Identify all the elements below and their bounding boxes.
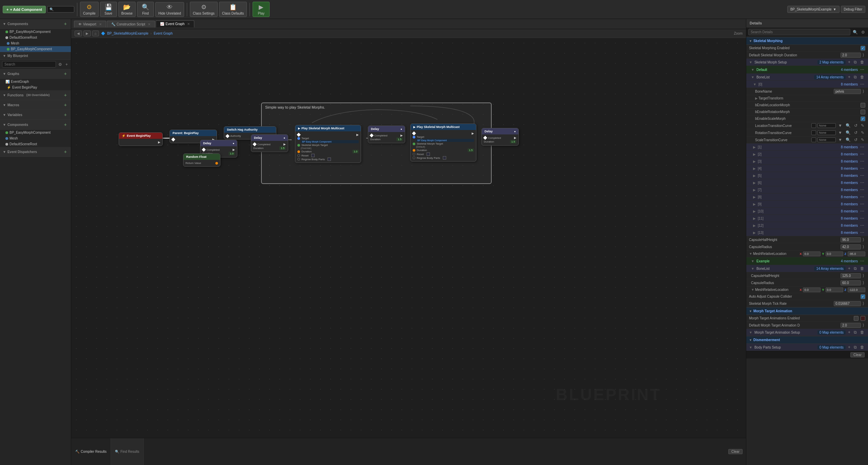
tree-item-bp-easy-comp-2[interactable]: BP_EasyMorphComponent xyxy=(0,130,71,135)
bone-item-3-expand[interactable]: ▶ xyxy=(753,160,756,163)
bone-item-8-options[interactable]: ⋯ xyxy=(859,194,865,200)
add-dispatcher-button[interactable]: + xyxy=(63,149,68,155)
node-delay-4[interactable]: Delay ● Completed ▶ Duration 1.5 xyxy=(481,128,519,146)
details-search-input[interactable] xyxy=(748,29,850,35)
bone-list-ex-add[interactable]: + xyxy=(847,266,851,271)
setup-expand-arrow[interactable]: ▼ xyxy=(749,60,752,64)
class-defaults-button[interactable]: 📋 Class Defaults xyxy=(219,2,247,17)
mesh-rel-ex-y-input[interactable] xyxy=(826,287,843,292)
capsule-half-height-ex-input[interactable] xyxy=(841,273,861,278)
construction-close-icon[interactable]: ✕ xyxy=(148,22,151,26)
skeletal-tick-rate-expand[interactable]: ⟩ xyxy=(862,301,865,306)
default-morph-anim-input[interactable] xyxy=(841,323,861,328)
bone-item-5-expand[interactable]: ▶ xyxy=(753,174,756,178)
capsule-radius-ex-input[interactable] xyxy=(841,280,861,285)
scale-curve-edit[interactable]: ✎ xyxy=(860,137,865,143)
rotation-curve-search[interactable]: 🔍 xyxy=(845,130,852,135)
mesh-rel-y-input[interactable] xyxy=(826,252,843,256)
play-morph1-regrow-check[interactable] xyxy=(328,157,331,161)
mesh-rel-x-input[interactable] xyxy=(803,252,821,256)
hide-unrelated-button[interactable]: 👁 Hide Unrelated xyxy=(155,2,184,17)
example-expand[interactable]: ▼ xyxy=(751,259,754,263)
default-subsection[interactable]: ▼ Default 4 members ⋯ xyxy=(746,66,868,74)
enable-scale-check[interactable] xyxy=(861,116,865,121)
bone-item-5-options[interactable]: ⋯ xyxy=(859,173,865,178)
skeletal-tick-rate-input[interactable] xyxy=(834,301,861,306)
bone-item-13-options[interactable]: ⋯ xyxy=(859,230,865,235)
mesh-rel-expand[interactable]: ▼ xyxy=(749,252,752,256)
tree-item-event-begin-play[interactable]: ⚡ Event BeginPlay xyxy=(0,85,71,90)
bone-list-dup-icon[interactable]: ⧉ xyxy=(853,74,858,80)
find-results-tab[interactable]: 🔍 Find Results xyxy=(111,438,144,465)
node-play-morph-1[interactable]: ▶ Play Skeletal Morph Multicast ▶ Target… xyxy=(295,125,361,163)
rotation-curve-reset[interactable]: ↺ xyxy=(853,130,859,135)
compile-button[interactable]: ⚙ Compile xyxy=(80,2,99,17)
bone-item-11-expand[interactable]: ▶ xyxy=(753,217,756,220)
bone-item-7-expand[interactable]: ▶ xyxy=(753,188,756,192)
morph-anim-setup-expand[interactable]: ▼ xyxy=(749,331,752,334)
scale-curve-reset[interactable]: ↺ xyxy=(853,137,859,143)
bone-item-13-expand[interactable]: ▶ xyxy=(753,231,756,235)
play-morph2-regrow-check[interactable] xyxy=(443,156,446,160)
components-header[interactable]: ▼ Components + xyxy=(0,19,71,29)
capsule-half-height-input[interactable] xyxy=(841,237,861,242)
location-curve-reset[interactable]: ↺ xyxy=(853,123,859,128)
example-subsection[interactable]: ▼ Example 4 members ⋯ xyxy=(746,257,868,265)
add-component-bp-button[interactable]: + xyxy=(63,122,68,128)
scale-curve-search[interactable]: 🔍 xyxy=(845,137,852,143)
node-play-morph-2[interactable]: ▶ Play Skeletal Morph Multicast ▶ Target… xyxy=(410,124,476,162)
bone-item-12-expand[interactable]: ▶ xyxy=(753,224,756,227)
graph-area[interactable]: Simple way to play Skeletal Morphs. ⚡ Ev… xyxy=(71,38,746,438)
capsule-half-height-expand[interactable]: ⟩ xyxy=(862,237,865,242)
default-expand[interactable]: ▼ xyxy=(751,68,754,72)
scale-curve-expand[interactable]: ▼ xyxy=(837,137,843,143)
bone-name-input[interactable] xyxy=(834,89,861,94)
morph-anim-enabled-check[interactable] xyxy=(854,316,859,321)
mesh-rel-z-input[interactable] xyxy=(848,252,865,256)
capsule-radius-expand[interactable]: ⟩ xyxy=(862,244,865,249)
bone-list-ex-del[interactable]: 🗑 xyxy=(859,266,865,271)
add-component-button[interactable]: + + Add Component xyxy=(3,6,46,13)
bone-item-4-options[interactable]: ⋯ xyxy=(859,166,865,171)
bone-item-11-options[interactable]: ⋯ xyxy=(859,216,865,221)
blueprint-search-input[interactable] xyxy=(2,61,56,68)
viewport-close-icon[interactable]: ✕ xyxy=(99,22,102,26)
default-duration-expand-icon[interactable]: ⟩ xyxy=(862,52,865,58)
setup-delete-icon[interactable]: 🗑 xyxy=(859,59,865,65)
nav-back-button[interactable]: ◀ xyxy=(75,31,82,36)
morph-anim-secondary-check[interactable] xyxy=(861,316,865,321)
tab-event-graph[interactable]: 📈 Event Graph ✕ xyxy=(156,20,194,27)
bone-item-6-expand[interactable]: ▶ xyxy=(753,181,756,185)
setup-duplicate-icon[interactable]: ⧉ xyxy=(853,59,858,65)
breadcrumb-graph[interactable]: Event Graph xyxy=(154,32,173,35)
rotation-curve-edit[interactable]: ✎ xyxy=(860,130,865,135)
morph-anim-setup-add[interactable]: + xyxy=(847,330,851,335)
bone-item-7-options[interactable]: ⋯ xyxy=(859,187,865,192)
default-duration-input[interactable] xyxy=(841,53,861,58)
capsule-radius-ex-expand[interactable]: ⟩ xyxy=(862,280,865,285)
bone-item-expand[interactable]: ▼ xyxy=(753,82,756,86)
setup-add-icon[interactable]: + xyxy=(847,59,851,65)
enable-location-check[interactable] xyxy=(861,103,865,108)
mesh-rel-ex-x-input[interactable] xyxy=(803,287,821,292)
enable-rotation-check[interactable] xyxy=(861,110,865,114)
bone-item-2-options[interactable]: ⋯ xyxy=(859,151,865,157)
save-button[interactable]: 💾 Save xyxy=(100,2,117,17)
search-box[interactable]: 🔍 xyxy=(47,6,74,13)
add-function-button[interactable]: + xyxy=(63,92,68,98)
play-morph1-reset-check[interactable] xyxy=(311,154,315,157)
target-transform-expand[interactable]: ▶ xyxy=(755,96,758,100)
default-options-icon[interactable]: ⋯ xyxy=(859,67,865,72)
capsule-ex-expand[interactable]: ⟩ xyxy=(862,273,865,278)
add-variable-button[interactable]: + xyxy=(63,112,68,118)
nav-home-button[interactable]: ⌂ xyxy=(92,31,99,36)
node-delay-2[interactable]: Delay ● Completed ▶ Duration 1.5 xyxy=(251,134,288,152)
morph-anim-setup-del[interactable]: 🗑 xyxy=(859,330,865,335)
tree-item-event-graph[interactable]: 📊 EventGraph xyxy=(0,79,71,85)
body-parts-expand[interactable]: ▼ xyxy=(749,346,752,349)
skeletal-morphing-section[interactable]: ▼ Skeletal Morphing xyxy=(746,37,868,45)
add-component-small-button[interactable]: + xyxy=(63,21,68,27)
morph-target-anim-section[interactable]: ▼ Morph Target Animation xyxy=(746,307,868,315)
debug-filter-dropdown[interactable]: BP_SkeletalMorphExample ▼ xyxy=(787,6,840,13)
bone-item-10-expand[interactable]: ▶ xyxy=(753,209,756,213)
